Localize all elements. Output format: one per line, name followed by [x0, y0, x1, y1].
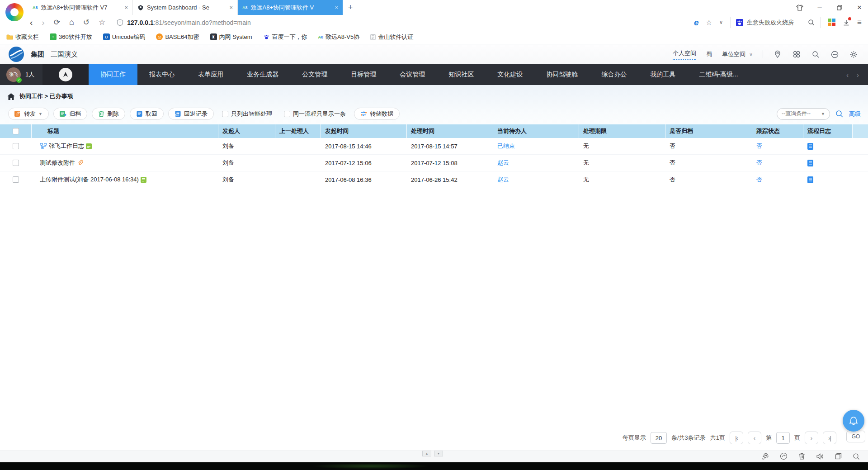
- apps-grid-icon[interactable]: [828, 19, 835, 26]
- tab-system-dashboard[interactable]: System Dashboard - Se ×: [133, 0, 238, 15]
- current-handler-cell[interactable]: 赵云: [493, 171, 579, 188]
- nav-item-goal[interactable]: 目标管理: [339, 64, 388, 85]
- bookmark-unicode[interactable]: U Unicode编码: [103, 33, 146, 41]
- home-icon[interactable]: ⌂: [69, 18, 74, 27]
- minimize-icon[interactable]: ─: [816, 4, 824, 12]
- skin-icon[interactable]: [796, 4, 804, 12]
- last-page-button[interactable]: ›|: [823, 432, 836, 444]
- nav-item-knowledge[interactable]: 知识社区: [437, 64, 486, 85]
- nav-item-cockpit[interactable]: 协同驾驶舱: [534, 64, 590, 85]
- nav-item-builder[interactable]: 业务生成器: [235, 64, 290, 85]
- title-cell[interactable]: 测试修改附件: [32, 155, 218, 171]
- go-button[interactable]: GO: [846, 431, 865, 442]
- chevron-left-icon[interactable]: ‹: [846, 71, 849, 79]
- col-track[interactable]: 跟踪状态: [752, 124, 803, 138]
- dump-data-button[interactable]: 转储数据: [354, 108, 400, 120]
- bookmark-star-icon[interactable]: ☆: [706, 19, 712, 27]
- personal-space-link[interactable]: 个人空间: [673, 49, 696, 60]
- close-tab-icon[interactable]: ×: [124, 4, 128, 11]
- query-condition-select[interactable]: --查询条件-- ▼: [777, 108, 830, 120]
- title-cell[interactable]: 张飞工作日志: [32, 138, 218, 154]
- back-icon[interactable]: ‹: [30, 18, 33, 28]
- find-on-page-icon[interactable]: [853, 453, 860, 460]
- current-handler-cell[interactable]: 赵云: [493, 155, 579, 171]
- page-input[interactable]: 1: [776, 432, 790, 444]
- user-block[interactable]: 张飞 ✓ 1人: [0, 64, 42, 85]
- bookmark-baidu[interactable]: 百度一下，你: [263, 33, 307, 41]
- col-archived[interactable]: 是否归档: [665, 124, 752, 138]
- col-flow-log[interactable]: 流程日志: [803, 124, 853, 138]
- tab-seeyon-active[interactable]: A8 致远A8+协同管理软件 V ×: [238, 0, 343, 15]
- first-page-button[interactable]: |‹: [730, 432, 743, 444]
- col-current-handler[interactable]: 当前待办人: [493, 124, 579, 138]
- home-icon[interactable]: [7, 93, 15, 100]
- retrieve-button[interactable]: 取回: [130, 108, 164, 120]
- forward-icon[interactable]: ›: [42, 18, 44, 28]
- restore-icon[interactable]: [835, 4, 844, 12]
- search-icon[interactable]: [808, 19, 815, 26]
- new-tab-button[interactable]: +: [343, 0, 358, 15]
- gauge-plus-icon[interactable]: [780, 452, 788, 460]
- browser-search-box[interactable]: 生意失败放火烧房: [730, 17, 821, 28]
- smart-filter-option[interactable]: 只列出智能处理: [222, 110, 272, 118]
- row-title[interactable]: 上传附件测试(刘备 2017-06-08 16:34): [40, 176, 139, 184]
- nav-item-form[interactable]: 表单应用: [186, 64, 235, 85]
- flow-log-doc-icon[interactable]: [807, 143, 813, 150]
- track-cell[interactable]: 否: [752, 155, 803, 171]
- speaker-icon[interactable]: [816, 453, 824, 460]
- gear-icon[interactable]: [849, 50, 858, 59]
- nav-item-meeting[interactable]: 会议管理: [388, 64, 437, 85]
- col-deadline[interactable]: 处理期限: [579, 124, 665, 138]
- undo-icon[interactable]: ↺: [83, 18, 90, 27]
- green-doc-icon[interactable]: [141, 177, 146, 183]
- checkbox[interactable]: [284, 111, 290, 117]
- bookmark-folder[interactable]: 收藏夹栏: [6, 33, 39, 41]
- bookmark-seeyon[interactable]: A8 致远A8-V5协: [318, 33, 360, 41]
- chevron-right-icon[interactable]: ›: [857, 71, 859, 79]
- next-page-button[interactable]: ›: [805, 432, 818, 444]
- nav-item-qrcode[interactable]: 二维码-高级...: [687, 64, 750, 85]
- menu-icon[interactable]: ≡: [857, 18, 862, 27]
- dropdown-chevron-icon[interactable]: ∨: [719, 19, 723, 25]
- per-page-input[interactable]: 20: [651, 432, 667, 444]
- col-title[interactable]: 标题: [32, 124, 218, 138]
- shield-icon[interactable]: [117, 19, 123, 26]
- unit-space-link[interactable]: 单位空间: [722, 50, 745, 58]
- col-handle-time[interactable]: 处理时间: [407, 124, 493, 138]
- refresh-icon[interactable]: ⟳: [54, 18, 60, 27]
- bookmark-kingsoft[interactable]: 金山软件认证: [370, 33, 413, 41]
- rollback-log-button[interactable]: 回退记录: [168, 108, 214, 120]
- flow-log-doc-icon[interactable]: [807, 160, 813, 166]
- location-pin-icon[interactable]: [773, 50, 782, 59]
- org-label[interactable]: 集团: [31, 50, 44, 59]
- nav-item-report[interactable]: 报表中心: [137, 64, 186, 85]
- apps-icon[interactable]: [792, 50, 801, 59]
- chevron-down-icon[interactable]: ∨: [749, 52, 753, 57]
- bookmark-base64[interactable]: ◎ BASE64加密: [156, 33, 199, 41]
- space-badge[interactable]: 蜀: [706, 50, 712, 58]
- bookmark-360[interactable]: + 360软件开放: [50, 33, 92, 41]
- row-checkbox[interactable]: [13, 176, 19, 183]
- flow-log-doc-icon[interactable]: [807, 176, 813, 183]
- favorite-star-icon[interactable]: ☆: [99, 18, 105, 27]
- scroll-up-icon[interactable]: ▲: [422, 451, 431, 456]
- delete-button[interactable]: 删除: [92, 108, 125, 120]
- nav-item-tools[interactable]: 我的工具: [638, 64, 687, 85]
- nav-item-office[interactable]: 综合办公: [590, 64, 638, 85]
- close-tab-icon[interactable]: ×: [229, 4, 233, 11]
- bookmark-intranet[interactable]: ♜ 内网 System: [210, 33, 252, 41]
- single-flow-option[interactable]: 同一流程只显示一条: [284, 110, 346, 118]
- col-sender[interactable]: 发起人: [218, 124, 275, 138]
- url-text[interactable]: 127.0.0.1:81/seeyon/main.do?method=main: [127, 19, 251, 26]
- a8-compass-icon[interactable]: [59, 68, 72, 81]
- col-start-time[interactable]: 发起时间: [321, 124, 407, 138]
- select-all-checkbox[interactable]: [13, 128, 19, 134]
- download-icon[interactable]: [843, 19, 850, 26]
- prev-page-button[interactable]: ‹: [748, 432, 761, 444]
- table-row[interactable]: 张飞工作日志 刘备 2017-08-15 14:46 2017-08-15 14…: [0, 138, 868, 155]
- checkbox[interactable]: [222, 111, 228, 117]
- search-icon[interactable]: [811, 50, 820, 59]
- close-tab-icon[interactable]: ×: [335, 4, 338, 11]
- title-cell[interactable]: 上传附件测试(刘备 2017-06-08 16:34): [32, 171, 218, 188]
- tab-seeyon-1[interactable]: A8 致远A8+协同管理软件 V7 ×: [28, 0, 133, 15]
